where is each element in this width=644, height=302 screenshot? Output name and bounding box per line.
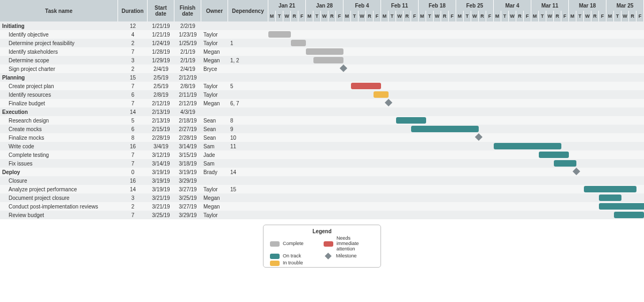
- timeline-row: [268, 159, 644, 168]
- duration-cell: 14: [118, 107, 148, 116]
- milestone-icon[interactable]: [340, 64, 347, 72]
- milestone-icon[interactable]: [573, 168, 580, 175]
- day-header: R: [441, 11, 449, 21]
- dependency-cell: 8: [228, 116, 268, 125]
- gantt-bar[interactable]: [268, 31, 291, 38]
- day-header: F: [636, 11, 644, 21]
- gantt-bar[interactable]: [599, 203, 644, 210]
- duration-cell: 0: [118, 168, 148, 176]
- swatch-ontrack: [270, 254, 280, 259]
- owner-cell: Megan: [201, 202, 228, 211]
- milestone-icon[interactable]: [475, 133, 482, 141]
- finish-cell: 2/4/19: [174, 64, 201, 73]
- week-header: Feb 11: [381, 0, 419, 11]
- day-header: W: [546, 11, 554, 21]
- gantt-bar[interactable]: [599, 195, 621, 201]
- gantt-bar[interactable]: [396, 117, 426, 124]
- gantt-bar[interactable]: [539, 152, 569, 158]
- table-row: Initiating121/21/192/2/19: [0, 21, 268, 30]
- day-header: R: [366, 11, 374, 21]
- day-header: F: [449, 11, 456, 21]
- swatch-complete: [270, 241, 280, 247]
- task-name-cell: Analyze project performance: [0, 185, 118, 193]
- gantt-bar[interactable]: [411, 126, 479, 132]
- timeline-row: [268, 73, 644, 82]
- task-list-pane: Task name Duration Start date Finish dat…: [0, 0, 268, 219]
- table-row: Research design52/13/192/18/19Sean8: [0, 116, 268, 125]
- legend-ontrack: On track: [270, 254, 320, 259]
- start-cell: 3/19/19: [148, 185, 174, 193]
- hdr-duration: Duration: [118, 0, 148, 21]
- dependency-cell: [228, 73, 268, 82]
- duration-cell: 2: [118, 202, 148, 211]
- start-cell: 2/15/19: [148, 125, 174, 133]
- left-header: Task name Duration Start date Finish dat…: [0, 0, 268, 21]
- table-row: Create mocks62/15/192/27/19Sean9: [0, 125, 268, 133]
- duration-cell: 16: [118, 142, 148, 150]
- duration-cell: 7: [118, 211, 148, 219]
- table-row: Analyze project performance143/19/193/27…: [0, 185, 268, 193]
- finish-cell: 2/12/19: [174, 73, 201, 82]
- dependency-cell: 11: [228, 142, 268, 150]
- table-row: Execution142/13/194/3/19: [0, 107, 268, 116]
- gantt-bar[interactable]: [306, 48, 343, 55]
- owner-cell: Taylor: [201, 90, 228, 99]
- day-header: R: [328, 11, 336, 21]
- gantt-bar[interactable]: [494, 143, 561, 149]
- day-header: R: [591, 11, 599, 21]
- table-row: Planning152/5/192/12/19: [0, 73, 268, 82]
- day-header: F: [336, 11, 343, 21]
- start-cell: 1/29/19: [148, 56, 174, 64]
- timeline-row: [268, 176, 644, 185]
- dependency-cell: 15: [228, 185, 268, 193]
- finish-cell: 1/23/19: [174, 30, 201, 39]
- owner-cell: Sam: [201, 159, 228, 168]
- day-header: T: [464, 11, 471, 21]
- week-header: Mar 25: [606, 0, 644, 11]
- start-cell: 2/13/19: [148, 116, 174, 125]
- day-header: F: [486, 11, 494, 21]
- dependency-cell: [228, 21, 268, 30]
- day-header: F: [298, 11, 306, 21]
- table-row: Write code163/4/193/14/19Sam11: [0, 142, 268, 150]
- day-header: W: [471, 11, 479, 21]
- task-name-cell: Identify objective: [0, 30, 118, 39]
- table-row: Identify objective41/21/191/23/19Taylor: [0, 30, 268, 39]
- day-header: W: [584, 11, 591, 21]
- task-name-cell: Research design: [0, 116, 118, 125]
- duration-cell: 6: [118, 125, 148, 133]
- day-header: M: [606, 11, 614, 21]
- start-cell: 3/25/19: [148, 211, 174, 219]
- timeline-row: [268, 39, 644, 47]
- finish-cell: 1/25/19: [174, 39, 201, 47]
- gantt-bar[interactable]: [614, 212, 644, 218]
- task-name-cell: Finalize budget: [0, 99, 118, 107]
- finish-cell: 3/27/19: [174, 185, 201, 193]
- gantt-chart: Task name Duration Start date Finish dat…: [0, 0, 644, 219]
- start-cell: 2/28/19: [148, 133, 174, 142]
- legend: Legend Complete Needs immediate attentio…: [263, 225, 381, 268]
- duration-cell: 7: [118, 47, 148, 56]
- finish-cell: 4/3/19: [174, 107, 201, 116]
- table-row: Determine scope31/29/192/1/19Megan1, 2: [0, 56, 268, 64]
- gantt-bar[interactable]: [374, 91, 389, 98]
- milestone-icon[interactable]: [385, 99, 392, 106]
- owner-cell: [201, 107, 228, 116]
- owner-cell: Sean: [201, 133, 228, 142]
- dependency-cell: [228, 150, 268, 159]
- gantt-bar[interactable]: [351, 83, 381, 89]
- start-cell: 3/21/19: [148, 202, 174, 211]
- day-header: W: [321, 11, 328, 21]
- duration-cell: 3: [118, 193, 148, 202]
- gantt-bar[interactable]: [584, 186, 636, 192]
- dependency-cell: [228, 30, 268, 39]
- gantt-bar[interactable]: [554, 160, 576, 167]
- task-name-cell: Finalize mocks: [0, 133, 118, 142]
- gantt-bar[interactable]: [313, 57, 343, 63]
- start-cell: 3/21/19: [148, 193, 174, 202]
- gantt-bar[interactable]: [291, 40, 306, 46]
- day-header: W: [621, 11, 629, 21]
- dependency-cell: 6, 7: [228, 99, 268, 107]
- task-name-cell: Create mocks: [0, 125, 118, 133]
- timeline-row: [268, 90, 644, 99]
